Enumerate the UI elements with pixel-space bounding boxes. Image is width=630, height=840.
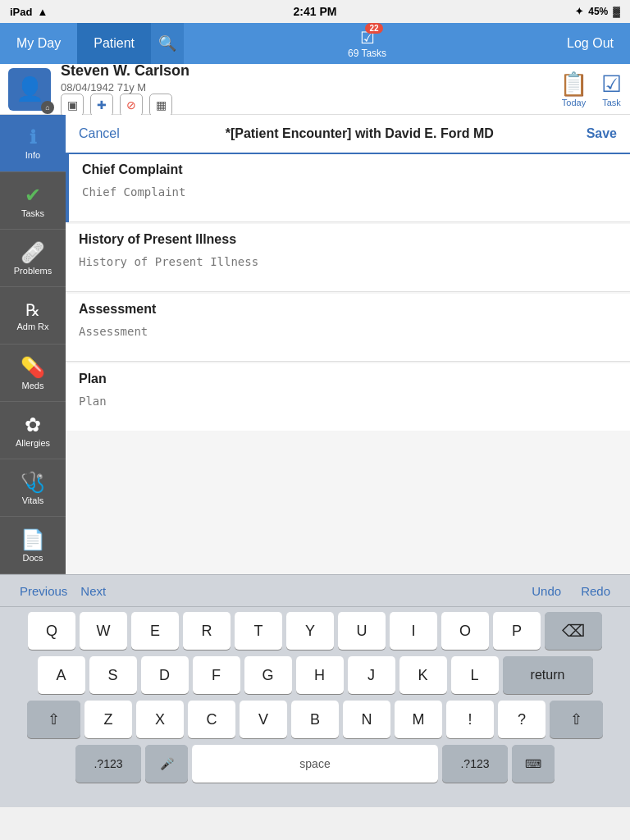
task-button[interactable]: ☑ Task [601,71,622,107]
shift-key-left[interactable]: ⇧ [27,701,80,738]
key-f[interactable]: F [193,656,240,694]
sidebar-label-vitals: Vitals [22,495,44,505]
sidebar-item-problems[interactable]: 🩹 Problems [0,230,66,287]
undo-button[interactable]: Undo [525,584,568,598]
keyboard-row-3: ⇧ Z X C V B N M ! ? ⇧ [3,701,627,738]
sidebar-item-admrx[interactable]: ℞ Adm Rx [0,287,66,345]
patient-action-1[interactable]: ▣ [61,94,84,116]
key-q[interactable]: Q [28,612,75,650]
key-h[interactable]: H [296,656,344,694]
patient-action-3[interactable]: ⊘ [120,94,143,116]
key-v[interactable]: V [240,701,287,738]
shift-key-right[interactable]: ⇧ [550,701,603,738]
divider-2 [66,291,630,292]
vitals-icon: 🩺 [21,471,45,494]
key-l[interactable]: L [451,656,499,694]
sidebar-item-meds[interactable]: 💊 Meds [0,345,66,402]
logout-button[interactable]: Log Out [550,36,630,51]
key-u[interactable]: U [338,612,386,650]
form-container: Chief Complaint History of Present Illne… [66,154,630,574]
sidebar: ℹ Info ✔ Tasks 🩹 Problems ℞ Adm Rx 💊 Med… [0,115,66,574]
key-m[interactable]: M [395,701,442,738]
key-b[interactable]: B [291,701,339,738]
key-z[interactable]: Z [84,701,132,738]
next-button[interactable]: Next [74,584,112,598]
content-area: Cancel *[Patient Encounter] with David E… [66,115,630,574]
today-button[interactable]: 📋 Today [559,71,588,107]
key-k[interactable]: K [399,656,447,694]
key-j[interactable]: J [348,656,395,694]
sidebar-item-tasks[interactable]: ✔ Tasks [0,172,66,230]
sidebar-label-tasks: Tasks [21,208,44,218]
divider-1 [69,221,630,222]
patient-avatar: 👤 ⌂ [8,68,51,111]
search-icon: 🔍 [158,34,176,52]
space-key[interactable]: space [192,745,438,783]
sidebar-item-vitals[interactable]: 🩺 Vitals [0,459,66,517]
key-t[interactable]: T [235,612,282,650]
sidebar-item-docs[interactable]: 📄 Docs [0,517,66,574]
key-y[interactable]: Y [286,612,334,650]
admrx-icon: ℞ [25,300,40,320]
key-s[interactable]: S [89,656,137,694]
patient-action-2[interactable]: ✚ [90,94,113,116]
special-key-left[interactable]: .?123 [75,745,141,783]
key-w[interactable]: W [80,612,127,650]
info-icon: ℹ [30,127,36,148]
key-a[interactable]: A [38,656,85,694]
assessment-input[interactable] [66,320,630,361]
redo-button[interactable]: Redo [574,584,617,598]
sidebar-label-allergies: Allergies [16,438,50,448]
key-p[interactable]: P [493,612,541,650]
nav-tab-patient[interactable]: Patient [77,23,151,64]
key-e[interactable]: E [131,612,179,650]
patient-header: 👤 ⌂ Steven W. Carlson 08/04/1942 71y M ▣… [0,64,630,115]
chief-complaint-input[interactable] [69,180,630,221]
today-icon: 📋 [559,71,588,98]
key-exclaim[interactable]: ! [446,701,494,738]
sidebar-label-admrx: Adm Rx [16,322,48,331]
keyboard-icon-key[interactable]: ⌨ [512,745,555,783]
history-input[interactable] [66,250,630,291]
today-label: Today [562,98,586,107]
key-question[interactable]: ? [498,701,546,738]
sidebar-item-info[interactable]: ℹ Info [0,115,66,172]
special-key-right[interactable]: .?123 [442,745,508,783]
header-right-actions: 📋 Today ☑ Task [559,71,622,107]
key-c[interactable]: C [188,701,235,738]
task-label: Task [602,98,621,107]
delete-key[interactable]: ⌫ [545,612,602,650]
nav-tasks[interactable]: ☑ 22 69 Tasks [184,28,550,59]
key-r[interactable]: R [183,612,231,650]
mic-key[interactable]: 🎤 [145,745,188,783]
meds-icon: 💊 [21,356,45,379]
key-n[interactable]: N [343,701,390,738]
key-o[interactable]: O [441,612,489,650]
sidebar-item-allergies[interactable]: ✿ Allergies [0,402,66,459]
tasks-sidebar-icon: ✔ [25,184,41,207]
sidebar-label-meds: Meds [22,381,44,390]
patient-name: Steven W. Carlson [61,62,559,80]
avatar-icon: 👤 [16,75,44,103]
nav-bar: My Day Patient 🔍 ☑ 22 69 Tasks Log Out [0,23,630,64]
allergies-icon: ✿ [25,413,41,436]
bluetooth-icon: ✦ [575,6,583,17]
nav-tab-myday[interactable]: My Day [0,23,77,64]
patient-action-4[interactable]: ▦ [149,94,172,116]
previous-button[interactable]: Previous [13,584,74,598]
nav-search-button[interactable]: 🔍 [151,23,184,64]
sidebar-label-docs: Docs [22,553,43,563]
cancel-button[interactable]: Cancel [79,126,120,141]
save-button[interactable]: Save [587,126,617,141]
key-d[interactable]: D [141,656,189,694]
key-i[interactable]: I [390,612,437,650]
return-key[interactable]: return [503,656,593,694]
wifi-icon: ▲ [37,6,48,18]
key-g[interactable]: G [244,656,292,694]
key-x[interactable]: X [136,701,184,738]
docs-icon: 📄 [21,528,45,551]
plan-input[interactable] [66,390,630,431]
avatar-badge: ⌂ [41,101,54,114]
patient-actions: ▣ ✚ ⊘ ▦ [61,94,559,116]
encounter-title: *[Patient Encounter] with David E. Ford … [133,126,587,141]
